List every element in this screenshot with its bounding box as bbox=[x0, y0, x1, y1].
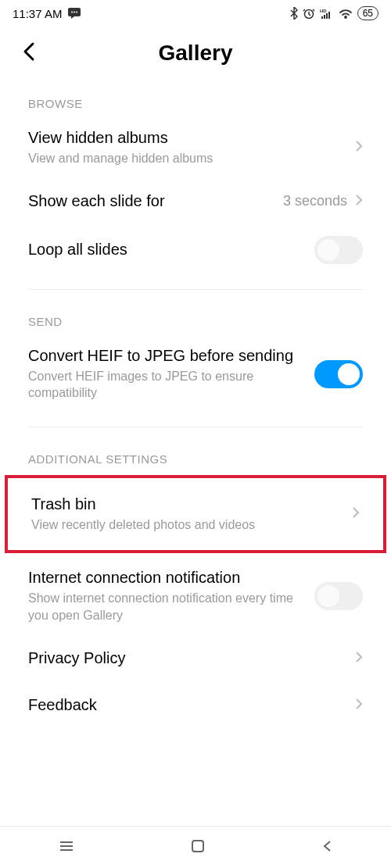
loop-toggle[interactable] bbox=[314, 236, 363, 264]
svg-rect-9 bbox=[326, 13, 328, 19]
chevron-right-icon bbox=[355, 698, 363, 713]
svg-text:HD: HD bbox=[320, 9, 327, 13]
additional-section-header: ADDITIONAL SETTINGS bbox=[0, 441, 391, 473]
setting-subtitle: Convert HEIF images to JPEG to ensure co… bbox=[28, 368, 314, 402]
setting-subtitle: Show internet connection notification ev… bbox=[28, 590, 314, 623]
chevron-right-icon bbox=[355, 651, 363, 666]
svg-point-11 bbox=[344, 16, 346, 18]
navigation-bar bbox=[0, 826, 391, 868]
setting-value: 3 seconds bbox=[283, 193, 347, 209]
setting-title: Privacy Policy bbox=[28, 649, 355, 667]
app-header: Gallery bbox=[0, 27, 391, 86]
feedback-row[interactable]: Feedback bbox=[0, 682, 391, 729]
divider bbox=[28, 427, 363, 427]
internet-notification-row[interactable]: Internet connection notification Show in… bbox=[0, 558, 391, 634]
setting-title: Feedback bbox=[28, 696, 355, 714]
nav-back-button[interactable] bbox=[321, 839, 332, 856]
setting-title: Loop all slides bbox=[28, 241, 314, 259]
svg-rect-8 bbox=[324, 15, 325, 19]
svg-marker-1 bbox=[71, 16, 74, 19]
nav-home-button[interactable] bbox=[191, 839, 205, 856]
status-bar: 11:37 AM HD 65 bbox=[0, 0, 391, 27]
convert-heif-row[interactable]: Convert HEIF to JPEG before sending Conv… bbox=[0, 336, 391, 413]
signal-icon: HD bbox=[320, 8, 334, 19]
svg-rect-15 bbox=[192, 841, 203, 852]
setting-title: View hidden albums bbox=[28, 129, 355, 147]
highlighted-trash-bin: Trash bin View recently deleted photos a… bbox=[5, 475, 386, 554]
setting-subtitle: View and manage hidden albums bbox=[28, 150, 355, 167]
page-title: Gallery bbox=[22, 41, 369, 66]
divider bbox=[28, 289, 363, 290]
battery-indicator: 65 bbox=[357, 6, 378, 20]
browse-section-header: BROWSE bbox=[0, 86, 391, 118]
trash-bin-row[interactable]: Trash bin View recently deleted photos a… bbox=[8, 478, 383, 551]
svg-point-4 bbox=[76, 12, 77, 13]
chevron-right-icon bbox=[355, 194, 363, 209]
setting-title: Show each slide for bbox=[28, 192, 283, 210]
setting-subtitle: View recently deleted photos and videos bbox=[31, 516, 352, 534]
nav-recents-button[interactable] bbox=[59, 840, 74, 855]
setting-title: Convert HEIF to JPEG before sending bbox=[28, 347, 314, 365]
svg-point-3 bbox=[74, 12, 75, 13]
internet-toggle[interactable] bbox=[314, 582, 363, 610]
send-section-header: SEND bbox=[0, 304, 391, 336]
view-hidden-albums-row[interactable]: View hidden albums View and manage hidde… bbox=[0, 118, 391, 178]
svg-point-2 bbox=[71, 12, 73, 13]
bluetooth-icon bbox=[290, 7, 298, 20]
status-time: 11:37 AM bbox=[13, 7, 62, 20]
heif-toggle[interactable] bbox=[314, 360, 363, 388]
loop-slides-row[interactable]: Loop all slides bbox=[0, 225, 391, 275]
wifi-icon bbox=[339, 8, 353, 19]
slide-duration-row[interactable]: Show each slide for 3 seconds bbox=[0, 178, 391, 225]
alarm-icon bbox=[303, 7, 315, 20]
setting-title: Internet connection notification bbox=[28, 569, 314, 587]
chevron-right-icon bbox=[355, 140, 363, 155]
back-button[interactable] bbox=[22, 41, 36, 65]
setting-title: Trash bin bbox=[31, 495, 352, 513]
privacy-policy-row[interactable]: Privacy Policy bbox=[0, 635, 391, 682]
chevron-right-icon bbox=[352, 506, 360, 522]
svg-rect-7 bbox=[321, 16, 323, 19]
message-icon bbox=[68, 8, 81, 19]
svg-rect-10 bbox=[328, 12, 330, 19]
